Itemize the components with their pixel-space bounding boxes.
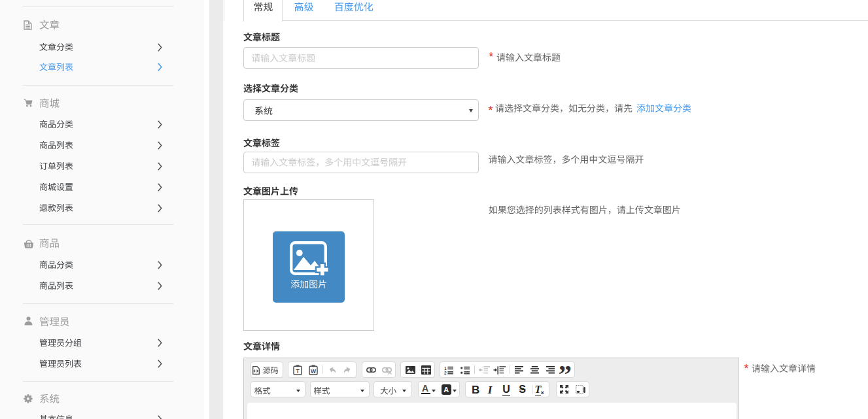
svg-text:1: 1 xyxy=(444,366,447,371)
svg-text:2: 2 xyxy=(444,370,447,374)
svg-text:W: W xyxy=(311,368,317,375)
svg-text:T: T xyxy=(296,368,300,375)
